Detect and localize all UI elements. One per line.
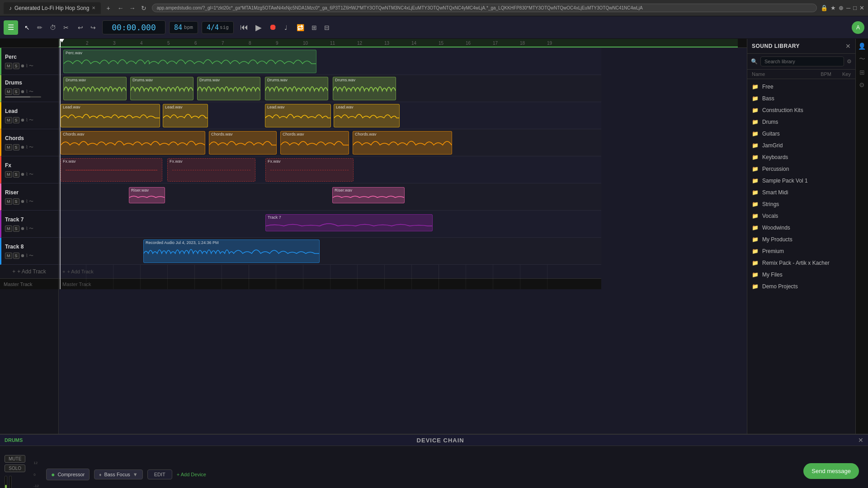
library-item-2[interactable]: 📁Construction Kits (747, 104, 855, 116)
clip-lead-2[interactable]: Lead.wav (163, 104, 208, 127)
bottom-close-btn[interactable]: ✕ (858, 436, 863, 444)
redo-btn[interactable]: ↪ (88, 22, 99, 33)
clip-fx-2[interactable]: Fx.wav (167, 158, 255, 182)
expand-icon-chords[interactable]: 〜 (29, 144, 33, 150)
expand-icon-lead[interactable]: 〜 (29, 117, 33, 123)
record-arm-icon-riser[interactable]: ⏺ (20, 199, 25, 204)
library-item-9[interactable]: 📁Smart Midi (747, 187, 855, 198)
compressor-device[interactable]: ● Compressor (46, 469, 90, 480)
library-close-btn[interactable]: ✕ (845, 42, 851, 50)
solo-btn-lead[interactable]: S (13, 117, 19, 123)
edit-device-btn[interactable]: EDIT (147, 469, 172, 479)
library-item-0[interactable]: 📁Free (747, 81, 855, 93)
clip-lead-4[interactable]: Lead.wav (334, 104, 400, 127)
clip-track8-1[interactable]: Recorded Audio Jul 4, 2023, 1:24:36 PM (143, 239, 320, 263)
library-item-5[interactable]: 📁JamGrid (747, 140, 855, 151)
add-track-btn[interactable]: + + Add Track (0, 265, 58, 278)
clip-track7-1[interactable]: Track 7 (265, 214, 433, 231)
library-item-16[interactable]: 📁My Files (747, 269, 855, 281)
mute-btn-bottom[interactable]: MUTE (5, 455, 25, 463)
minimize-btn[interactable]: ─ (846, 5, 850, 11)
clip-fx-3[interactable]: Fx.wav (265, 158, 354, 182)
record-arm-icon-track7[interactable]: ⏺ (20, 226, 25, 231)
record-arm-icon-fx[interactable]: ⏺ (20, 172, 25, 177)
library-item-10[interactable]: 📁Strings (747, 198, 855, 210)
automation-icon-riser[interactable]: ⌇ (26, 199, 28, 204)
undo-btn[interactable]: ↩ (75, 22, 86, 33)
library-item-6[interactable]: 📁Keyboards (747, 151, 855, 163)
snap-btn[interactable]: ⊞ (309, 22, 320, 33)
clip-chords-1[interactable]: Chords.wav (61, 131, 205, 155)
refresh-btn[interactable]: ↻ (139, 4, 148, 13)
address-bar[interactable]: app.ampedstudio.com/?_gl=1*zkt20c*_ga*MT… (152, 4, 817, 12)
automation-icon-lead[interactable]: ⌇ (26, 117, 28, 122)
forward-btn[interactable]: → (127, 4, 137, 13)
solo-btn-fx[interactable]: S (13, 171, 19, 178)
filter-icon[interactable]: ⚙ (847, 58, 852, 65)
record-btn[interactable]: ⏺ (266, 21, 280, 34)
expand-icon-fx[interactable]: 〜 (29, 171, 33, 178)
new-tab-btn[interactable]: + (104, 4, 112, 13)
mute-btn-track8[interactable]: M (5, 253, 12, 259)
maximize-btn[interactable]: □ (853, 5, 857, 11)
send-message-btn[interactable]: Send message (803, 463, 859, 479)
clip-riser-1[interactable]: Riser.wav (129, 187, 165, 203)
solo-btn-perc[interactable]: S (13, 63, 19, 69)
select-tool-btn[interactable]: ↖ (22, 22, 33, 33)
bpm-display[interactable]: 84 bpm (169, 21, 198, 34)
library-item-4[interactable]: 📁Guitars (747, 128, 855, 140)
clip-fx-1[interactable]: Fx.wav (61, 158, 162, 182)
expand-icon-track7[interactable]: 〜 (29, 225, 33, 232)
time-display[interactable]: 00:00.000 (102, 20, 165, 34)
clip-chords-3[interactable]: Chords.wav (280, 131, 349, 155)
clip-drums-4[interactable]: Drums.wav (265, 77, 328, 100)
volume-slider-drums[interactable] (5, 96, 41, 98)
browser-tab[interactable]: ♪ Generated Lo-Fi Hip Hop Song ✕ (4, 2, 101, 14)
clip-perc-1[interactable]: Perc.wav (63, 50, 316, 73)
library-item-3[interactable]: 📁Drums (747, 116, 855, 128)
mute-btn-lead[interactable]: M (5, 117, 12, 123)
record-arm-icon-chords[interactable]: ⏺ (20, 145, 25, 150)
clip-drums-3[interactable]: Drums.wav (197, 77, 260, 100)
solo-btn-track8[interactable]: S (13, 253, 19, 259)
library-item-8[interactable]: 📁Sample Pack Vol 1 (747, 175, 855, 187)
bass-focus-device[interactable]: ♦ Bass Focus ▼ (94, 469, 142, 479)
play-btn[interactable]: ▶ (253, 21, 264, 34)
right-icon-settings-btn[interactable]: ⚙ (859, 81, 865, 89)
go-start-btn[interactable]: ⏮ (237, 21, 251, 34)
clip-lead-3[interactable]: Lead.wav (265, 104, 331, 127)
back-btn[interactable]: ← (116, 4, 126, 13)
library-item-7[interactable]: 📁Percussion (747, 163, 855, 175)
mute-btn-chords[interactable]: M (5, 144, 12, 150)
library-item-12[interactable]: 📁Woodwinds (747, 222, 855, 234)
grid-btn[interactable]: ⊟ (321, 22, 332, 33)
clip-drums-2[interactable]: Drums.wav (130, 77, 193, 100)
clip-lead-1[interactable]: Lead.wav (61, 104, 160, 127)
pencil-tool-btn[interactable]: ✏ (34, 22, 45, 33)
record-arm-icon-track8[interactable]: ⏺ (20, 253, 25, 258)
expand-icon-track8[interactable]: 〜 (29, 253, 33, 259)
library-item-17[interactable]: 📁Demo Projects (747, 281, 855, 292)
expand-icon-perc[interactable]: 〜 (29, 63, 33, 69)
bookmark-btn[interactable]: ★ (830, 5, 836, 11)
mute-btn-riser[interactable]: M (5, 198, 12, 205)
loop-btn[interactable]: 🔁 (294, 22, 307, 33)
automation-icon-perc[interactable]: ⌇ (26, 63, 28, 68)
mute-btn-track7[interactable]: M (5, 225, 12, 232)
library-item-1[interactable]: 📁Bass (747, 93, 855, 104)
clip-drums-1[interactable]: Drums.wav (63, 77, 127, 100)
automation-icon-chords[interactable]: ⌇ (26, 145, 28, 150)
automation-icon-track8[interactable]: ⌇ (26, 253, 28, 258)
clip-riser-2[interactable]: Riser.wav (332, 187, 405, 203)
scissors-tool-btn[interactable]: ✂ (61, 22, 71, 33)
automation-icon-drums[interactable]: ⌇ (26, 89, 28, 94)
clip-drums-5[interactable]: Drums.wav (333, 77, 396, 100)
solo-btn-chords[interactable]: S (13, 144, 19, 150)
user-profile-btn[interactable]: A (852, 21, 864, 34)
record-arm-icon-perc[interactable]: ⏺ (20, 63, 25, 68)
tracks-scroll-area[interactable]: Perc.wav Drums.wav (59, 48, 747, 483)
library-item-15[interactable]: 📁Remix Pack - Artik x Kacher (747, 257, 855, 269)
library-item-13[interactable]: 📁My Products (747, 234, 855, 245)
add-device-btn[interactable]: + Add Device (177, 472, 206, 477)
automation-icon-fx[interactable]: ⌇ (26, 172, 28, 177)
